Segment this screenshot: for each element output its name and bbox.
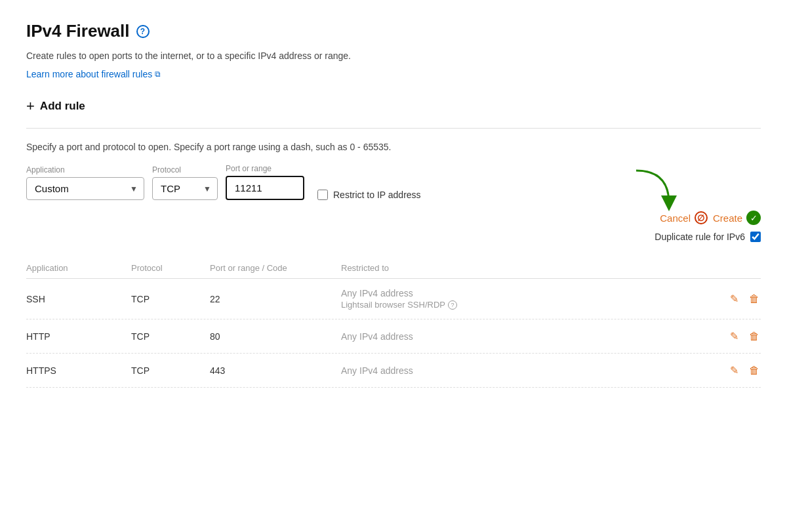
learn-more-link[interactable]: Learn more about firewall rules ⧉ <box>26 69 161 79</box>
firewall-rules-table: Application Protocol Port or range / Cod… <box>26 258 761 388</box>
protocol-label: Protocol <box>152 165 218 174</box>
title-help-icon[interactable]: ? <box>136 25 150 38</box>
port-group: Port or range <box>226 164 304 200</box>
row-http-restricted-text: Any IPv4 address <box>341 331 413 342</box>
row-http-protocol: TCP <box>131 331 210 342</box>
learn-more-label: Learn more about firewall rules <box>26 69 152 79</box>
row-ssh-sub-text: Lightsail browser SSH/RDP <box>341 300 445 310</box>
protocol-group: Protocol TCP UDP All ▼ <box>152 165 218 200</box>
row-https-application: HTTPS <box>26 365 131 376</box>
port-instruction: Specify a port and protocol to open. Spe… <box>26 142 761 152</box>
table-row: HTTPS TCP 443 Any IPv4 address ✎ 🗑 <box>26 354 761 388</box>
row-http-restricted: Any IPv4 address <box>341 331 708 342</box>
page-title: IPv4 Firewall ? <box>26 21 761 41</box>
external-link-icon: ⧉ <box>155 70 161 79</box>
table-row: SSH TCP 22 Any IPv4 address Lightsail br… <box>26 279 761 319</box>
page-title-text: IPv4 Firewall <box>26 21 130 41</box>
port-input[interactable] <box>226 176 304 200</box>
plus-icon: + <box>26 98 35 115</box>
col-protocol: Protocol <box>131 263 210 273</box>
row-ssh-protocol: TCP <box>131 294 210 304</box>
application-select-wrapper: Custom HTTP HTTPS SSH RDP ▼ <box>26 177 144 200</box>
create-button[interactable]: Create ✓ <box>713 211 761 225</box>
row-ssh-port: 22 <box>210 294 341 304</box>
row-https-edit-button[interactable]: ✎ <box>729 363 740 378</box>
restrict-ip-group: Restrict to IP address <box>317 190 421 200</box>
row-http-delete-button[interactable]: 🗑 <box>748 329 761 344</box>
row-ssh-actions: ✎ 🗑 <box>708 291 761 306</box>
cancel-icon: ∅ <box>695 211 708 224</box>
table-row: HTTP TCP 80 Any IPv4 address ✎ 🗑 <box>26 319 761 354</box>
row-https-port: 443 <box>210 365 341 376</box>
row-ssh-restricted: Any IPv4 address Lightsail browser SSH/R… <box>341 288 708 310</box>
col-application: Application <box>26 263 131 273</box>
firewall-rule-form: Application Custom HTTP HTTPS SSH RDP ▼ … <box>26 164 761 200</box>
protocol-select[interactable]: TCP UDP All <box>152 177 218 200</box>
row-http-application: HTTP <box>26 331 131 342</box>
row-http-port: 80 <box>210 331 341 342</box>
row-ssh-delete-button[interactable]: 🗑 <box>748 292 761 306</box>
create-check-icon: ✓ <box>746 211 761 225</box>
row-ssh-edit-button[interactable]: ✎ <box>729 291 740 306</box>
application-group: Application Custom HTTP HTTPS SSH RDP ▼ <box>26 165 144 200</box>
row-ssh-application: SSH <box>26 294 131 304</box>
protocol-select-wrapper: TCP UDP All ▼ <box>152 177 218 200</box>
restrict-ip-checkbox[interactable] <box>317 190 328 200</box>
table-header: Application Protocol Port or range / Cod… <box>26 258 761 279</box>
row-http-edit-button[interactable]: ✎ <box>729 329 740 344</box>
col-port: Port or range / Code <box>210 263 341 273</box>
cancel-label: Cancel <box>660 213 691 224</box>
duplicate-checkbox[interactable] <box>750 232 761 242</box>
duplicate-row: Duplicate rule for IPv6 <box>26 232 761 242</box>
row-https-protocol: TCP <box>131 365 210 376</box>
row-ssh-restricted-text: Any IPv4 address <box>341 288 708 298</box>
row-https-restricted-text: Any IPv4 address <box>341 365 413 376</box>
col-actions <box>708 263 761 273</box>
divider <box>26 128 761 129</box>
cancel-button[interactable]: Cancel ∅ <box>660 211 708 224</box>
port-label: Port or range <box>226 164 304 173</box>
row-https-delete-button[interactable]: 🗑 <box>748 363 761 378</box>
green-arrow-icon <box>623 164 689 216</box>
add-rule-label: Add rule <box>40 100 85 113</box>
create-label: Create <box>713 213 742 224</box>
page-description: Create rules to open ports to the intern… <box>26 49 761 63</box>
actions-area: Cancel ∅ Create ✓ Duplicate rule for IPv… <box>26 211 761 242</box>
application-label: Application <box>26 165 144 174</box>
row-http-actions: ✎ 🗑 <box>708 329 761 344</box>
add-rule-section: + Add rule <box>26 98 761 115</box>
col-restricted: Restricted to <box>341 263 708 273</box>
row-ssh-sub: Lightsail browser SSH/RDP ? <box>341 300 708 310</box>
add-rule-button[interactable]: + Add rule <box>26 98 85 115</box>
application-select[interactable]: Custom HTTP HTTPS SSH RDP <box>26 177 144 200</box>
restrict-ip-label: Restrict to IP address <box>333 190 421 200</box>
actions-row: Cancel ∅ Create ✓ <box>26 211 761 225</box>
row-https-actions: ✎ 🗑 <box>708 363 761 378</box>
duplicate-label: Duplicate rule for IPv6 <box>655 232 745 242</box>
row-https-restricted: Any IPv4 address <box>341 365 708 376</box>
ssh-help-icon[interactable]: ? <box>448 300 457 310</box>
